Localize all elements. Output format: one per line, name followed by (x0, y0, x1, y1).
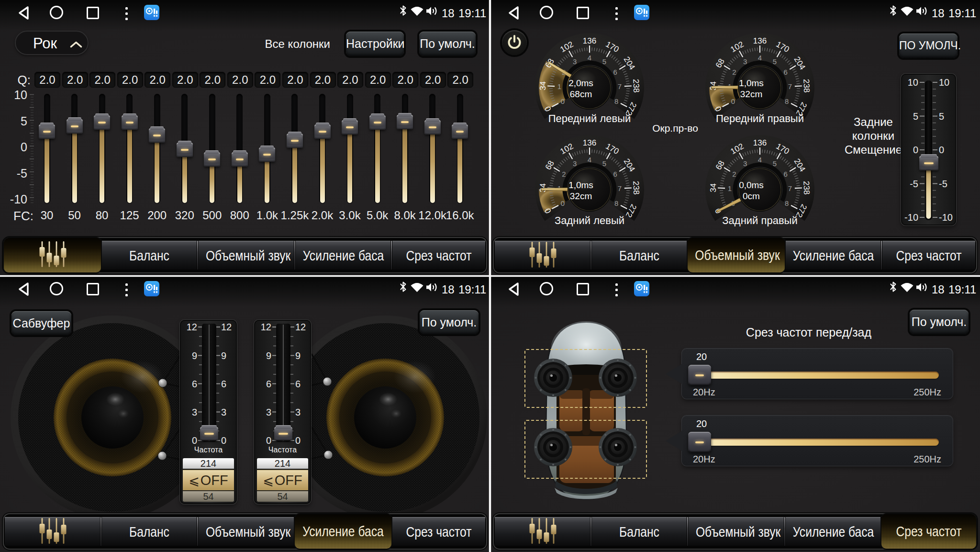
svg-text:10: 10 (908, 77, 918, 88)
svg-text:238: 238 (631, 79, 641, 93)
svg-text:0: 0 (913, 145, 918, 155)
svg-text:2,0ms: 2,0ms (568, 78, 593, 88)
svg-text:0: 0 (939, 145, 944, 155)
svg-text:238: 238 (802, 181, 811, 195)
svg-text:9: 9 (266, 350, 271, 361)
svg-text:1,0ms: 1,0ms (568, 180, 593, 190)
svg-text:1: 1 (557, 82, 561, 90)
svg-text:68cm: 68cm (570, 89, 592, 99)
svg-text:12: 12 (221, 322, 232, 332)
svg-text:6: 6 (221, 379, 226, 389)
svg-text:3: 3 (573, 57, 577, 66)
svg-text:-5: -5 (910, 179, 918, 189)
svg-text:6: 6 (613, 170, 617, 178)
svg-text:7: 7 (618, 82, 622, 90)
svg-text:2: 2 (562, 170, 566, 178)
svg-text:-10: -10 (939, 212, 953, 223)
svg-text:6: 6 (784, 68, 788, 76)
svg-text:136: 136 (583, 138, 596, 147)
svg-text:34: 34 (538, 183, 548, 192)
svg-text:3: 3 (192, 407, 197, 417)
svg-text:3: 3 (573, 159, 577, 168)
svg-text:10: 10 (939, 77, 949, 88)
svg-text:5: 5 (602, 159, 606, 168)
svg-text:3: 3 (295, 407, 301, 417)
svg-text:4: 4 (588, 156, 591, 164)
svg-text:1,0ms: 1,0ms (739, 78, 764, 88)
svg-text:4: 4 (758, 54, 762, 62)
svg-text:12: 12 (295, 322, 306, 332)
svg-text:5: 5 (602, 57, 606, 66)
svg-text:238: 238 (802, 79, 811, 93)
svg-text:0: 0 (561, 199, 565, 207)
svg-text:0: 0 (192, 435, 197, 445)
svg-text:0cm: 0cm (743, 191, 760, 201)
svg-text:8: 8 (614, 97, 618, 105)
svg-text:5: 5 (773, 57, 777, 66)
svg-text:0: 0 (295, 435, 301, 445)
svg-text:2: 2 (732, 68, 736, 76)
svg-text:0: 0 (561, 97, 565, 105)
svg-text:12: 12 (187, 322, 197, 332)
svg-text:0: 0 (221, 435, 226, 445)
svg-text:9: 9 (192, 350, 197, 361)
svg-text:1: 1 (728, 184, 732, 192)
svg-text:32cm: 32cm (570, 191, 592, 201)
svg-text:32cm: 32cm (740, 89, 762, 99)
svg-text:0: 0 (731, 97, 735, 105)
svg-text:3: 3 (743, 159, 747, 168)
svg-text:136: 136 (583, 36, 596, 45)
svg-text:7: 7 (788, 82, 792, 90)
svg-text:3: 3 (221, 407, 226, 417)
svg-text:-10: -10 (904, 212, 918, 223)
svg-text:3: 3 (266, 407, 271, 417)
svg-text:6: 6 (266, 379, 271, 389)
svg-text:34: 34 (709, 183, 718, 192)
svg-text:136: 136 (753, 36, 767, 45)
svg-text:4: 4 (588, 54, 591, 62)
svg-text:0,0ms: 0,0ms (739, 180, 764, 190)
svg-text:6: 6 (192, 379, 197, 389)
svg-text:5: 5 (913, 111, 918, 122)
svg-text:4: 4 (758, 156, 762, 164)
svg-text:9: 9 (221, 350, 226, 361)
svg-text:136: 136 (753, 138, 767, 147)
svg-text:8: 8 (785, 97, 789, 105)
svg-text:3: 3 (743, 57, 747, 66)
svg-text:5: 5 (773, 159, 777, 168)
svg-text:6: 6 (784, 170, 788, 178)
svg-text:6: 6 (613, 68, 617, 76)
svg-text:12: 12 (261, 322, 271, 332)
svg-text:5: 5 (939, 111, 944, 122)
svg-text:7: 7 (788, 184, 792, 192)
svg-text:34: 34 (538, 81, 548, 90)
svg-text:6: 6 (295, 379, 301, 389)
svg-text:8: 8 (785, 199, 789, 207)
svg-text:-5: -5 (939, 179, 947, 189)
svg-text:2: 2 (732, 170, 736, 178)
svg-text:238: 238 (631, 181, 641, 195)
svg-text:34: 34 (709, 81, 718, 90)
svg-text:9: 9 (295, 350, 301, 361)
svg-text:7: 7 (618, 184, 622, 192)
svg-text:8: 8 (614, 199, 618, 207)
svg-text:0: 0 (266, 435, 271, 445)
